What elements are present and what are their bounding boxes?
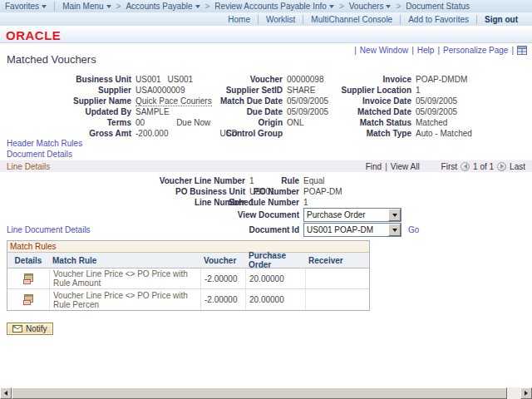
field-value: Matched bbox=[416, 118, 447, 127]
worklist-link[interactable]: Worklist bbox=[258, 15, 303, 24]
horizontal-scrollbar[interactable] bbox=[0, 387, 532, 399]
divider bbox=[354, 46, 357, 55]
column-header-match-rule: Match Rule bbox=[49, 253, 200, 268]
breadcrumb-separator bbox=[116, 2, 121, 11]
field-label: Match Type bbox=[324, 129, 411, 138]
scroll-left-button[interactable] bbox=[0, 387, 12, 399]
field-value: -200.000 bbox=[135, 129, 168, 138]
document-id-select[interactable]: US001 POAP-DM bbox=[303, 223, 401, 237]
document-details-link[interactable]: Document Details bbox=[7, 150, 72, 159]
select-dropdown-button[interactable] bbox=[388, 224, 401, 236]
row-details-icon[interactable] bbox=[23, 294, 34, 305]
view-document-value: Purchase Order bbox=[304, 210, 388, 219]
utility-links: New Window Help Personalize Page bbox=[354, 46, 527, 55]
column-header-details: Details bbox=[7, 253, 49, 268]
field-value: 00000098 bbox=[287, 75, 324, 84]
chevron-down-icon bbox=[392, 229, 397, 232]
table-row: Voucher Line Price <> PO Price with Rule… bbox=[7, 268, 369, 289]
scroll-right-button[interactable] bbox=[520, 387, 532, 399]
voucher-amount: -2.00000 bbox=[200, 268, 245, 288]
field-label: Invoice bbox=[324, 75, 411, 84]
field-value: Equal bbox=[303, 176, 325, 185]
field-supplier-setid: Supplier SetID SHARE bbox=[179, 85, 328, 96]
voucher-amount: -2.00000 bbox=[200, 289, 245, 310]
view-all-link[interactable]: View All bbox=[391, 162, 420, 171]
field-label: Invoice Date bbox=[324, 96, 411, 106]
field-due-date: Due Date 05/09/2005 bbox=[179, 106, 328, 117]
next-row-button[interactable] bbox=[497, 162, 506, 171]
field-match-type: Match Type Auto - Matched bbox=[324, 128, 472, 139]
line-details-column-2: Rule Equal PO Number POAP-DM Schedule Nu… bbox=[200, 175, 342, 208]
field-control-group: Control Group bbox=[179, 128, 328, 139]
divider bbox=[511, 46, 514, 55]
favorites-menu[interactable]: Favorites bbox=[5, 2, 47, 11]
breadcrumb-review-ap-info[interactable]: Review Accounts Payable Info bbox=[214, 2, 334, 11]
field-value: Auto - Matched bbox=[416, 129, 472, 138]
personalize-page-link[interactable]: Personalize Page bbox=[443, 46, 508, 55]
line-document-details-link[interactable]: Line Document Details bbox=[7, 225, 91, 234]
scrollbar-thumb[interactable] bbox=[12, 387, 507, 399]
document-id-value: US001 POAP-DM bbox=[304, 225, 388, 234]
field-value: SHARE bbox=[287, 86, 315, 95]
field-label: Schedule Number bbox=[200, 198, 299, 207]
field-label: Terms bbox=[7, 118, 131, 127]
match-rules-title: Match Rules bbox=[7, 241, 369, 253]
field-label: Supplier bbox=[7, 86, 131, 95]
arrow-left-icon bbox=[4, 391, 7, 396]
divider bbox=[385, 162, 387, 171]
field-value: USA0000009 bbox=[135, 86, 185, 95]
help-link[interactable]: Help bbox=[417, 46, 435, 55]
field-matched-date: Matched Date 05/09/2005 bbox=[324, 106, 472, 117]
add-to-favorites-link[interactable]: Add to Favorites bbox=[400, 15, 476, 24]
receiver-amount bbox=[305, 268, 369, 288]
field-label: Match Due Date bbox=[179, 96, 283, 106]
first-label: First bbox=[441, 162, 457, 171]
find-link[interactable]: Find bbox=[366, 162, 382, 171]
field-label: Supplier Location bbox=[324, 86, 411, 95]
field-value: ONL bbox=[287, 118, 304, 127]
document-id-label: Document Id bbox=[200, 225, 299, 234]
main-menu[interactable]: Main Menu bbox=[62, 2, 111, 11]
previous-row-button[interactable] bbox=[461, 162, 470, 171]
breadcrumb-accounts-payable[interactable]: Accounts Payable bbox=[126, 2, 200, 11]
field-label: Matched Date bbox=[324, 107, 411, 116]
new-window-link[interactable]: New Window bbox=[360, 46, 408, 55]
home-link[interactable]: Home bbox=[220, 15, 258, 24]
go-link[interactable]: Go bbox=[408, 225, 419, 234]
notify-label: Notify bbox=[26, 324, 47, 333]
divider bbox=[411, 46, 414, 55]
arrow-left-icon bbox=[464, 164, 467, 169]
field-voucher: Voucher 00000098 bbox=[179, 74, 328, 85]
row-details-icon[interactable] bbox=[23, 273, 34, 284]
field-supplier-location: Supplier Location 1 bbox=[324, 85, 472, 96]
multichannel-console-link[interactable]: MultiChannel Console bbox=[303, 15, 400, 24]
breadcrumb-vouchers[interactable]: Vouchers bbox=[349, 2, 392, 11]
main-menu-label: Main Menu bbox=[62, 2, 103, 11]
receiver-amount bbox=[305, 289, 369, 310]
breadcrumb-bar: Favorites Main Menu Accounts Payable Rev… bbox=[0, 0, 532, 12]
breadcrumb-label: Vouchers bbox=[349, 2, 384, 11]
field-value: 05/09/2005 bbox=[416, 107, 457, 116]
field-value: 05/09/2005 bbox=[287, 96, 328, 106]
view-document-row: View Document Purchase Order bbox=[200, 208, 401, 222]
match-rules-table: Match Rules Details Match Rule Voucher P… bbox=[7, 240, 370, 311]
field-match-status: Match Status Matched bbox=[324, 117, 472, 128]
field-value: POAP-DM bbox=[303, 187, 342, 196]
field-origin: Origin ONL bbox=[179, 117, 328, 128]
breadcrumb-separator bbox=[339, 2, 344, 11]
field-label: Due Date bbox=[179, 107, 283, 116]
logo-band: ORACLE bbox=[0, 26, 532, 43]
field-value: 00 bbox=[135, 118, 145, 127]
field-label: PO Number bbox=[200, 187, 299, 196]
line-details-pager: Find View All First 1 of 1 Last bbox=[366, 162, 525, 171]
select-dropdown-button[interactable] bbox=[388, 209, 401, 221]
notify-button[interactable]: Notify bbox=[7, 323, 53, 335]
field-po-number: PO Number POAP-DM bbox=[200, 186, 342, 197]
breadcrumb-label: Accounts Payable bbox=[126, 2, 192, 11]
header-match-rules-link[interactable]: Header Match Rules bbox=[7, 139, 82, 148]
favorites-label: Favorites bbox=[5, 2, 39, 11]
view-document-select[interactable]: Purchase Order bbox=[303, 208, 401, 222]
sign-out-link[interactable]: Sign out bbox=[476, 15, 525, 24]
layout-grid-icon[interactable] bbox=[517, 46, 527, 55]
chevron-down-icon bbox=[106, 5, 111, 8]
